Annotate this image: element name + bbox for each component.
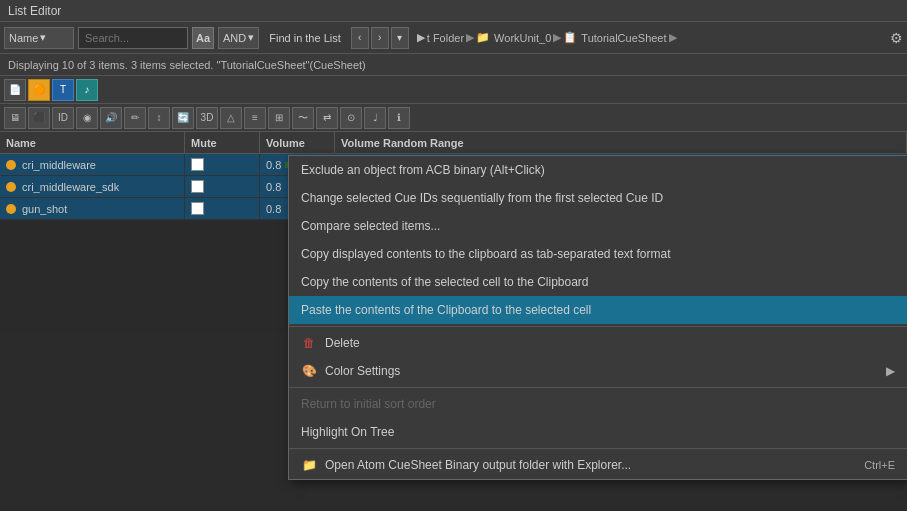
speaker-btn[interactable]: 🔊: [100, 107, 122, 129]
ctx-open-folder[interactable]: 📁 Open Atom CueSheet Binary output folde…: [289, 451, 907, 479]
wave-btn[interactable]: 〜: [292, 107, 314, 129]
ctx-highlight-tree[interactable]: Highlight On Tree: [289, 418, 907, 446]
ctx-sep-3: [289, 448, 907, 449]
find-in-list-button[interactable]: Find in the List: [263, 27, 347, 49]
title-bar: List Editor: [0, 0, 907, 22]
arrows2-btn[interactable]: ⇄: [316, 107, 338, 129]
orange-btn[interactable]: 🟠: [28, 79, 50, 101]
col-header-mute: Mute: [185, 132, 260, 153]
folder-icon-ctx: 📁: [301, 458, 317, 472]
color-settings-icon: 🎨: [301, 364, 317, 378]
col-header-volume: Volume: [260, 132, 335, 153]
mute-checkbox-3[interactable]: [191, 202, 204, 215]
info-btn[interactable]: ℹ: [388, 107, 410, 129]
aa-badge: Aa: [192, 27, 214, 49]
monitor-btn[interactable]: 🖥: [4, 107, 26, 129]
sheet-icon: 📋: [563, 31, 577, 44]
settings-icon[interactable]: ⚙: [890, 30, 903, 46]
breadcrumb-folder-icon: ▶: [417, 31, 425, 44]
circle-btn[interactable]: ◉: [76, 107, 98, 129]
name-dropdown[interactable]: Name ▾: [4, 27, 74, 49]
triangle-btn[interactable]: △: [220, 107, 242, 129]
ctx-return-sort: Return to initial sort order: [289, 390, 907, 418]
cycle-btn[interactable]: 🔄: [172, 107, 194, 129]
ctx-copy-cell[interactable]: Copy the contents of the selected cell t…: [289, 268, 907, 296]
ctx-sep-2: [289, 387, 907, 388]
ctx-sep-1: [289, 326, 907, 327]
submenu-arrow: ▶: [886, 364, 895, 378]
nav-arrows: ‹ › ▾: [351, 27, 409, 49]
status-dot: [6, 182, 16, 192]
ctx-change-cue-ids[interactable]: Change selected Cue IDs sequentially fro…: [289, 184, 907, 212]
3d-btn[interactable]: 3D: [196, 107, 218, 129]
ctx-compare[interactable]: Compare selected items...: [289, 212, 907, 240]
ctx-delete[interactable]: 🗑 Delete: [289, 329, 907, 357]
arrows-btn[interactable]: ↕: [148, 107, 170, 129]
text-btn[interactable]: T: [52, 79, 74, 101]
audio-btn[interactable]: ♪: [76, 79, 98, 101]
context-menu: Exclude an object from ACB binary (Alt+C…: [288, 155, 907, 480]
ctx-copy-displayed[interactable]: Copy displayed contents to the clipboard…: [289, 240, 907, 268]
cell-name-1: cri_middleware: [0, 154, 185, 175]
new-file-btn[interactable]: 📄: [4, 79, 26, 101]
nav-dropdown-button[interactable]: ▾: [391, 27, 409, 49]
cell-mute-1[interactable]: [185, 154, 260, 175]
id-btn[interactable]: ID: [52, 107, 74, 129]
mute-checkbox-2[interactable]: [191, 180, 204, 193]
search-input[interactable]: [78, 27, 188, 49]
nav-next-button[interactable]: ›: [371, 27, 389, 49]
ctx-exclude[interactable]: Exclude an object from ACB binary (Alt+C…: [289, 156, 907, 184]
breadcrumb: ▶ t Folder ▶ 📁 WorkUnit_0 ▶ 📋 TutorialCu…: [417, 31, 677, 44]
col-header-range: Volume Random Range: [335, 132, 907, 153]
mix-btn[interactable]: ⊞: [268, 107, 290, 129]
ctx-paste-cell[interactable]: Paste the contents of the Clipboard to t…: [289, 296, 907, 324]
icon-toolbar-1: 📄 🟠 T ♪: [0, 76, 907, 104]
bars-btn[interactable]: ≡: [244, 107, 266, 129]
col-header-name: Name: [0, 132, 185, 153]
folder-icon: 📁: [476, 31, 490, 44]
cell-mute-2[interactable]: [185, 176, 260, 197]
and-dropdown[interactable]: AND ▾: [218, 27, 259, 49]
status-text: Displaying 10 of 3 items. 3 items select…: [8, 59, 366, 71]
edit-btn[interactable]: ✏: [124, 107, 146, 129]
cell-name-2: cri_middleware_sdk: [0, 176, 185, 197]
main-toolbar: Name ▾ Aa AND ▾ Find in the List ‹ › ▾ ▶…: [0, 22, 907, 54]
nav-prev-button[interactable]: ‹: [351, 27, 369, 49]
music-btn[interactable]: ♩: [364, 107, 386, 129]
list-header: Name Mute Volume Volume Random Range: [0, 132, 907, 154]
ctx-color-settings[interactable]: 🎨 Color Settings ▶: [289, 357, 907, 385]
status-bar: Displaying 10 of 3 items. 3 items select…: [0, 54, 907, 76]
layers-btn[interactable]: ⬛: [28, 107, 50, 129]
status-dot: [6, 204, 16, 214]
delete-icon: 🗑: [301, 336, 317, 350]
mute-checkbox-1[interactable]: [191, 158, 204, 171]
cell-mute-3[interactable]: [185, 198, 260, 219]
cell-name-3: gun_shot: [0, 198, 185, 219]
status-dot: [6, 160, 16, 170]
title-bar-text: List Editor: [8, 4, 61, 18]
dot-btn[interactable]: ⊙: [340, 107, 362, 129]
icon-toolbar-2: 🖥 ⬛ ID ◉ 🔊 ✏ ↕ 🔄 3D △ ≡ ⊞ 〜 ⇄ ⊙ ♩ ℹ: [0, 104, 907, 132]
